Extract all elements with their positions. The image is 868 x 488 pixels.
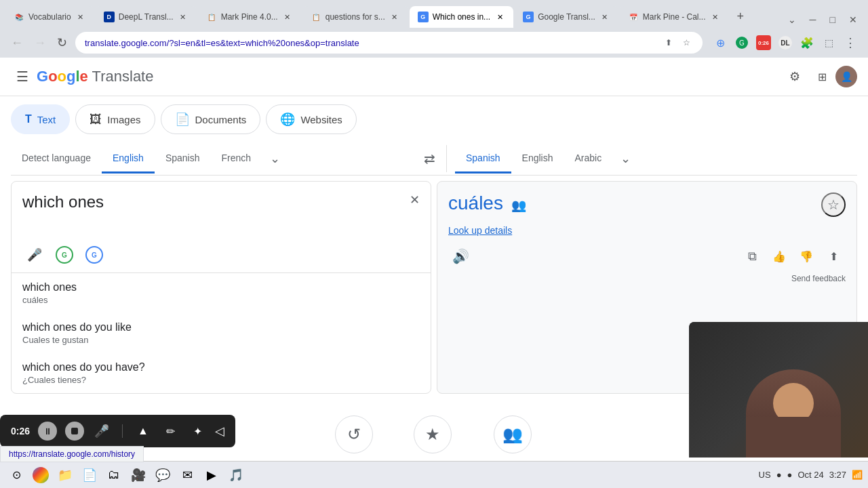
tab-questions[interactable]: 📋 questions for s... ✕	[302, 6, 408, 28]
user-avatar[interactable]: 👤	[835, 66, 857, 87]
tab-title: questions for s...	[326, 12, 385, 22]
google-tts-icon[interactable]: G	[82, 243, 106, 267]
output-text-area: cuáles 👥	[448, 192, 821, 214]
hamburger-menu[interactable]: ☰	[11, 63, 34, 90]
cursor-tool[interactable]: ▲	[134, 422, 153, 441]
target-spanish-button[interactable]: Spanish	[455, 144, 511, 174]
send-feedback-link[interactable]: Send feedback	[448, 274, 846, 283]
extension-plus-icon[interactable]: ⊕	[711, 33, 730, 52]
share-icon[interactable]: ⬆	[821, 244, 846, 268]
images-mode-label: Images	[107, 114, 140, 125]
input-clear-button[interactable]: ✕	[410, 192, 420, 207]
address-bar: ← → ↻ translate.google.com/?sl=en&tl=es&…	[0, 28, 868, 58]
copy-icon[interactable]: ⧉	[740, 244, 764, 268]
input-text[interactable]: which ones	[22, 192, 404, 226]
maximize-button[interactable]: □	[825, 12, 841, 28]
new-tab-button[interactable]: +	[730, 5, 751, 28]
output-translation: cuáles	[448, 192, 503, 214]
refresh-button[interactable]: ↻	[54, 33, 70, 53]
suggestion-item-2[interactable]: which ones do you like Cuales te gustan	[12, 313, 431, 353]
video-inner	[689, 322, 868, 458]
speaker-people-icon[interactable]: 👥	[511, 199, 526, 212]
pen-tool[interactable]: ✏	[161, 422, 180, 441]
taskbar-wifi-icon[interactable]: 📶	[852, 470, 863, 480]
taskbar-gmail-icon[interactable]: ✉	[176, 464, 198, 486]
suggestion-en-1: which ones	[22, 281, 420, 293]
taskbar-meet-icon[interactable]: 🎥	[127, 464, 149, 486]
share-icon[interactable]: ⬆	[662, 36, 675, 49]
tab-deepl[interactable]: D DeepL Transl... ✕	[96, 6, 197, 28]
taskbar-volume-icon[interactable]: ●	[787, 470, 793, 480]
video-face	[746, 369, 841, 458]
bookmark-icon[interactable]: ☆	[679, 36, 693, 49]
minimize-button[interactable]: ─	[804, 12, 822, 28]
extension-red-icon[interactable]: 0:26	[754, 33, 773, 52]
tab-markpine-cal[interactable]: 📋 Mark Pine 4.0... ✕	[198, 6, 301, 28]
pause-recording-button[interactable]: ⏸	[38, 422, 57, 441]
tab-list-button[interactable]: ⌄	[783, 12, 802, 28]
collapse-toolbar-button[interactable]: ◁	[215, 424, 224, 439]
tab-title: Mark Pine 4.0...	[221, 12, 278, 22]
source-french-button[interactable]: French	[210, 144, 262, 174]
taskbar-app6-icon[interactable]: 💬	[152, 464, 174, 486]
target-english-button[interactable]: English	[511, 144, 564, 174]
star-favorite-button[interactable]: ☆	[821, 192, 846, 217]
menu-dots-icon[interactable]: ⋮	[841, 33, 860, 52]
suggestion-item-3[interactable]: which ones do you have? ¿Cuales tienes?	[12, 353, 431, 393]
suggestion-item-1[interactable]: which ones cuáles	[12, 273, 431, 313]
tab-close-icon[interactable]: ✕	[389, 12, 400, 22]
tab-vocabulario[interactable]: 📚 Vocabulario ✕	[5, 6, 94, 28]
url-bar[interactable]: translate.google.com/?sl=en&tl=es&text=w…	[75, 32, 703, 54]
forward-button[interactable]: →	[31, 33, 49, 53]
taskbar-docs-icon[interactable]: 📄	[79, 464, 100, 486]
tab-documents[interactable]: 📄 Documents	[161, 104, 261, 134]
source-english-button[interactable]: English	[102, 144, 155, 174]
tab-close-icon[interactable]: ✕	[75, 12, 86, 22]
tab-text[interactable]: T Text	[11, 104, 70, 134]
tab-title: Google Transl...	[538, 12, 595, 22]
back-button[interactable]: ←	[8, 33, 26, 53]
detect-language-button[interactable]: Detect language	[11, 144, 102, 174]
tab-close-icon[interactable]: ✕	[494, 12, 505, 22]
extension-sidebar-icon[interactable]: ⬚	[819, 33, 838, 52]
tab-which-ones[interactable]: G Which ones in... ✕	[410, 6, 513, 28]
grid-apps-icon[interactable]: ⊞	[808, 63, 835, 90]
taskbar-youtube-icon[interactable]: ▶	[201, 464, 222, 486]
tab-close-icon[interactable]: ✕	[282, 12, 293, 22]
tab-websites[interactable]: 🌐 Websites	[266, 104, 356, 134]
extension-circle-icon[interactable]: G	[732, 33, 751, 52]
source-spanish-button[interactable]: Spanish	[155, 144, 211, 174]
output-speaker-button[interactable]: 🔊	[448, 244, 473, 268]
tab-close-icon[interactable]: ✕	[710, 12, 721, 22]
thumbs-down-icon[interactable]: 👎	[794, 244, 818, 268]
thumbs-up-icon[interactable]: 👍	[767, 244, 791, 268]
settings-icon[interactable]: ⚙	[781, 63, 808, 90]
close-window-button[interactable]: ✕	[844, 12, 863, 28]
extension-dl-icon[interactable]: DL	[776, 33, 795, 52]
stop-recording-button[interactable]	[65, 422, 84, 441]
tab-google-translate[interactable]: G Google Transl... ✕	[515, 6, 618, 28]
taskbar-folder-icon[interactable]: 🗂	[103, 464, 125, 486]
target-arabic-button[interactable]: Arabic	[564, 144, 613, 174]
taskbar-chrome-icon[interactable]	[30, 464, 52, 486]
target-more-langs-button[interactable]: ⌄	[612, 143, 639, 174]
suggestion-en-3: which ones do you have?	[22, 361, 420, 373]
taskbar-locale: US	[759, 470, 771, 480]
tab-markpine-cal2[interactable]: 📅 Mark Pine - Cal... ✕	[620, 6, 729, 28]
taskbar-music-icon[interactable]: 🎵	[225, 464, 247, 486]
extension-puzzle-icon[interactable]: 🧩	[797, 33, 816, 52]
tab-close-icon[interactable]: ✕	[178, 12, 189, 22]
swap-languages-button[interactable]: ⇄	[413, 142, 446, 175]
mic-button[interactable]: 🎤	[92, 422, 111, 441]
listen-icon[interactable]: G	[52, 243, 77, 267]
taskbar-network-icon[interactable]: ●	[776, 470, 782, 480]
highlight-tool[interactable]: ✦	[188, 422, 207, 441]
mic-icon[interactable]: 🎤	[22, 243, 47, 267]
look-up-details-link[interactable]: Look up details	[448, 225, 846, 236]
tab-close-icon[interactable]: ✕	[599, 12, 610, 22]
taskbar-ubuntu-icon[interactable]: ⊙	[5, 464, 27, 486]
source-more-langs-button[interactable]: ⌄	[262, 143, 288, 174]
taskbar-files-icon[interactable]: 📁	[54, 464, 76, 486]
tab-images[interactable]: 🖼 Images	[75, 104, 155, 134]
suggestion-es-2: Cuales te gustan	[22, 335, 420, 345]
